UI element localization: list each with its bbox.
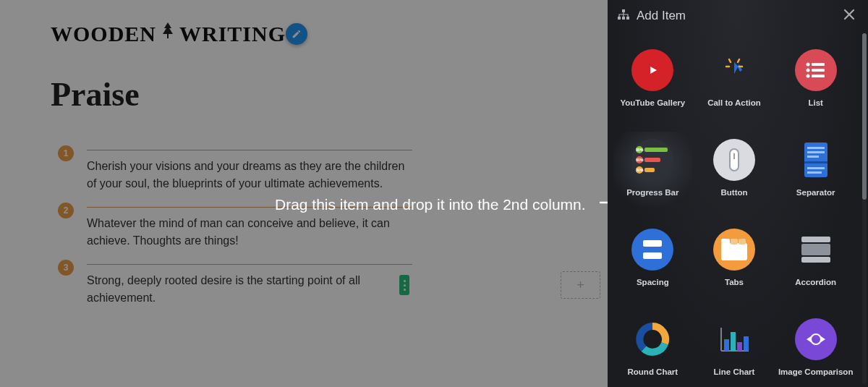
svg-rect-27 [721, 239, 730, 244]
item-label: Tabs [725, 278, 744, 286]
svg-marker-41 [807, 336, 811, 342]
item-label: Call to Action [707, 98, 761, 107]
svg-rect-19 [807, 151, 825, 153]
svg-rect-22 [807, 167, 825, 169]
item-label: YouTube Gallery [620, 98, 685, 107]
svg-rect-24 [643, 240, 662, 247]
button-icon [713, 139, 755, 181]
svg-rect-10 [812, 63, 825, 66]
item-image-comparison[interactable]: Image Comparison [776, 311, 855, 387]
item-line-chart[interactable]: Line Chart [695, 311, 774, 387]
svg-marker-42 [821, 336, 825, 342]
panel-grid: YouTube Gallery Call to Action List [608, 32, 861, 387]
svg-rect-4 [626, 17, 629, 20]
round-chart-icon [631, 318, 673, 360]
panel-grid-wrap: YouTube Gallery Call to Action List [608, 32, 861, 387]
item-label: List [808, 98, 822, 107]
svg-rect-31 [801, 244, 830, 255]
item-label: Round Chart [628, 367, 678, 376]
panel-header: Add Item [608, 0, 868, 32]
item-label: Accordion [795, 278, 836, 286]
item-label: Image Comparison [778, 367, 854, 376]
svg-rect-38 [737, 342, 742, 351]
spacing-icon [631, 229, 673, 271]
item-progress-bar[interactable]: 90% 60% 30% Progress Bar [613, 132, 692, 214]
svg-rect-26 [721, 243, 747, 260]
close-icon[interactable] [843, 9, 858, 23]
svg-point-13 [806, 75, 809, 78]
svg-rect-12 [812, 69, 825, 72]
item-label: Separator [796, 188, 835, 197]
svg-rect-15 [730, 149, 739, 171]
item-label: Progress Bar [626, 188, 678, 197]
separator-icon [795, 139, 837, 181]
item-label: Button [720, 188, 747, 197]
tutorial-instruction: Drag this item and drop it into the 2nd … [275, 195, 634, 213]
pointer-click-icon [713, 49, 755, 91]
svg-rect-25 [643, 252, 662, 259]
item-spacing[interactable]: Spacing [613, 221, 692, 304]
progress-bar-icon: 90% 60% 30% [631, 139, 673, 181]
item-accordion[interactable]: Accordion [776, 221, 855, 304]
svg-rect-29 [739, 239, 746, 244]
svg-rect-1 [622, 9, 625, 12]
item-separator[interactable]: Separator [776, 132, 855, 214]
item-call-to-action[interactable]: Call to Action [695, 42, 774, 124]
accordion-icon [795, 229, 837, 271]
svg-rect-39 [744, 336, 749, 351]
svg-rect-28 [731, 239, 738, 244]
line-chart-icon [713, 318, 755, 360]
item-tabs[interactable]: Tabs [695, 221, 774, 304]
item-round-chart[interactable]: Round Chart [613, 311, 692, 387]
svg-rect-20 [807, 156, 819, 158]
panel-title: Add Item [637, 9, 686, 23]
svg-rect-37 [731, 332, 736, 351]
svg-rect-21 [804, 161, 827, 163]
list-icon [795, 49, 837, 91]
svg-rect-30 [801, 237, 830, 242]
sitemap-icon [618, 9, 629, 22]
item-button[interactable]: Button [695, 132, 774, 214]
svg-point-9 [806, 63, 809, 67]
add-item-panel: Add Item YouTube Gallery Call to Acti [608, 0, 868, 387]
svg-rect-14 [812, 75, 825, 77]
item-label: Line Chart [714, 367, 755, 376]
svg-rect-3 [622, 17, 625, 20]
item-list[interactable]: List [776, 42, 855, 124]
svg-point-40 [811, 334, 821, 344]
svg-rect-18 [807, 147, 825, 149]
svg-rect-36 [724, 339, 729, 351]
scrollbar-thumb[interactable] [862, 33, 867, 200]
youtube-icon [631, 49, 673, 91]
item-youtube-gallery[interactable]: YouTube Gallery [613, 42, 692, 124]
svg-rect-32 [801, 257, 830, 263]
svg-point-11 [806, 69, 809, 72]
svg-rect-23 [807, 171, 822, 174]
item-label: Spacing [637, 278, 669, 286]
tabs-icon [713, 229, 755, 271]
panel-scrollbar[interactable] [862, 33, 867, 384]
instruction-text: Drag this item and drop it into the 2nd … [275, 196, 586, 213]
image-comparison-icon [795, 318, 837, 360]
svg-rect-2 [618, 17, 621, 20]
